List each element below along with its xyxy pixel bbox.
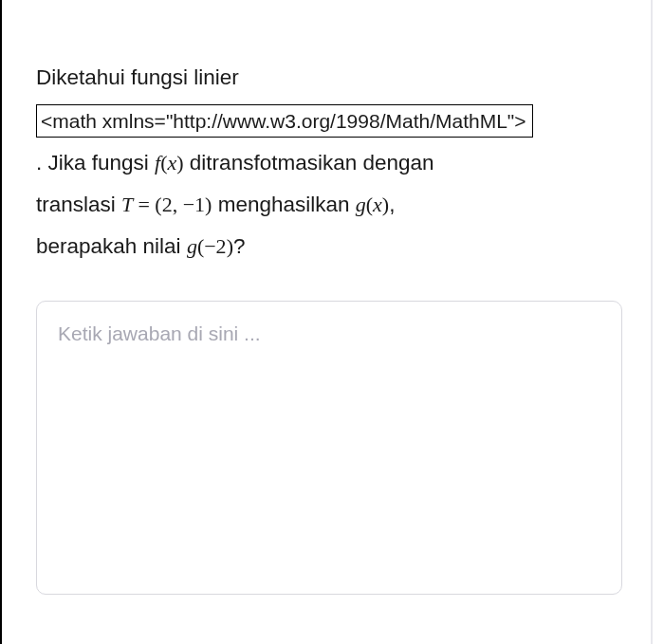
math-gx: g(x) [356,193,389,216]
question-text: Diketahui fungsi linier <math xmlns="htt… [36,57,664,267]
mathml-raw-box: <math xmlns="http://www.w3.org/1998/Math… [36,104,533,138]
text-part-e: , [389,193,395,216]
text-part-g: ? [233,234,246,258]
question-line-5: berapakah nilai g(−2)? [36,226,664,267]
question-line-4: translasi T = (2, −1) menghasilkan g(x), [36,184,664,226]
math-T: T = (2, −1) [121,193,212,216]
math-gminus2: g(−2) [187,234,233,258]
text-part-f: berapakah nilai [36,234,187,258]
question-container: Diketahui fungsi linier <math xmlns="htt… [0,0,664,644]
question-line-3: . Jika fungsi f(x) ditransfotmasikan den… [36,142,664,184]
text-part-a: . Jika fungsi [36,151,155,175]
right-divider [651,0,653,644]
math-fx: f(x) [155,151,184,175]
answer-box[interactable] [36,301,622,595]
answer-input[interactable] [58,322,600,569]
text-part-b: ditransfotmasikan dengan [184,151,434,175]
question-line-1: Diketahui fungsi linier [36,57,664,99]
text-part-d: menghasilkan [212,193,355,216]
text-part-c: translasi [36,193,121,216]
